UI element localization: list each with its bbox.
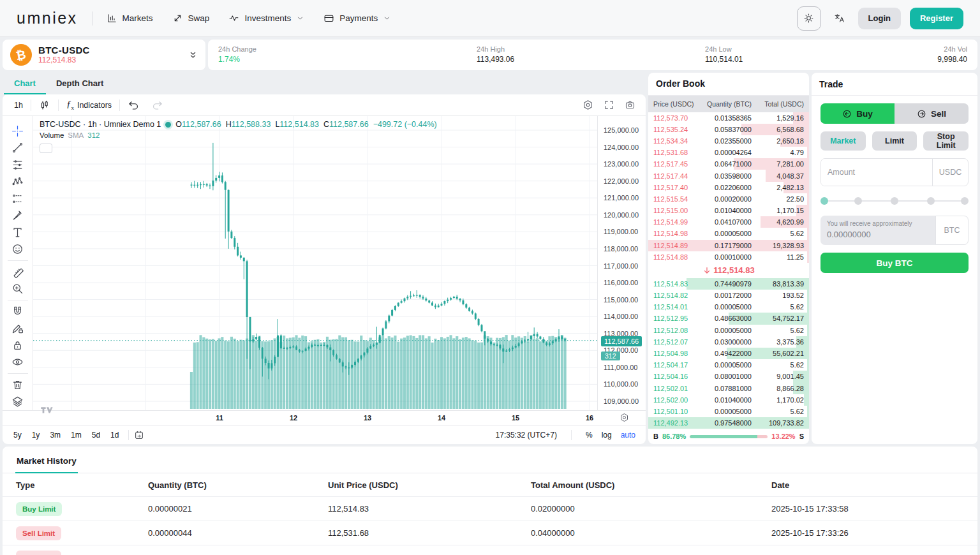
interval-button[interactable]: 1h [8,101,29,110]
timeframe-5y[interactable]: 5y [9,429,26,441]
login-button[interactable]: Login [858,8,901,29]
timeframe-5d[interactable]: 5d [87,429,105,441]
slider-dot[interactable] [820,197,828,205]
orderbook-bid-row[interactable]: 112,504.980.4942200055,602.21 [648,348,809,359]
volume-legend[interactable]: VolumeSMA312 [40,131,437,139]
nav-item-investments[interactable]: Investments [228,13,304,24]
orderbook-bid-row[interactable]: 112,502.000.010400001,170.02 [648,394,809,406]
register-button[interactable]: Register [910,8,963,29]
orderbook-ask-row[interactable]: 112,515.540.0002000022.50 [648,193,809,205]
orderbook-ask-row[interactable]: 112,573.700.013583651,529.16 [648,112,809,124]
undo-button[interactable] [121,100,145,111]
layers-tool[interactable] [7,394,29,411]
zoom-in-tool[interactable] [7,281,29,298]
text-tool[interactable] [7,224,29,241]
orderbook-bid-row[interactable]: 112,514.830.7449097983,813.39 [648,278,809,290]
orderbook-ask-row[interactable]: 112,535.240.058370006,568.68 [648,124,809,135]
orderbook-ask-row[interactable]: 112,534.340.023550002,650.18 [648,135,809,147]
orderbook-ask-row[interactable]: 112,514.990.041070004,620.99 [648,216,809,228]
fib-retracement-tool[interactable] [7,156,29,174]
orderbook-ask-row[interactable]: 112,531.680.000042644.79 [648,147,809,158]
slider-dot[interactable] [854,197,862,205]
orderbook-ask-row[interactable]: 112,515.000.010400001,170.15 [648,205,809,216]
sell-tab[interactable]: Sell [895,103,969,124]
tab-depth-chart[interactable]: Depth Chart [46,73,114,94]
orderbook-bid-row[interactable]: 112,512.070.030000003,375.36 [648,336,809,348]
nav-item-swap[interactable]: Swap [172,13,210,24]
eye-tool[interactable] [7,354,29,371]
tab-chart[interactable]: Chart [4,73,46,94]
chart-settings-icon[interactable] [583,100,593,110]
buy-btc-button[interactable]: Buy BTC [820,253,969,273]
axis-settings-icon[interactable] [620,413,629,422]
theme-toggle-button[interactable] [797,6,821,31]
orderbook-bid-row[interactable]: 112,504.160.080010009,001.45 [648,371,809,382]
buy-tab[interactable]: Buy [820,103,895,124]
drawing-lock-tool[interactable] [7,320,29,337]
orderbook-bid-row[interactable]: 112,502.010.078810008,866.28 [648,382,809,394]
clock[interactable]: 17:35:32 (UTC+7) [496,431,557,440]
slider-dot[interactable] [927,197,935,205]
order-book-header: Price (USDC) Quantity (BTC) Total (USDC) [648,96,809,112]
double-chevron-down-icon[interactable] [188,50,198,60]
logo[interactable]: umniex [17,9,78,27]
ob-total: 5.62 [752,303,804,311]
orderbook-ask-row[interactable]: 112,517.400.022060002,482.13 [648,182,809,193]
orderbook-bid-row[interactable]: 112,504.170.000050005.62 [648,359,809,371]
amount-slider[interactable] [822,195,967,207]
orderbook-ask-row[interactable]: 112,514.980.000050005.62 [648,228,809,239]
price-axis[interactable]: 112,587.66 312 125,000.00124,000.00123,0… [597,116,646,410]
timeframe-3m[interactable]: 3m [45,429,65,441]
scale-option-log[interactable]: log [602,431,612,440]
orderbook-bid-row[interactable]: 112,512.080.000050005.62 [648,325,809,336]
slider-dot[interactable] [961,197,969,205]
orderbook-bid-row[interactable]: 112,501.100.000050005.62 [648,406,809,417]
orderbook-bid-row[interactable]: 112,492.130.97548000109,733.82 [648,417,809,429]
ruler-tool[interactable] [7,263,29,281]
scale-option-auto[interactable]: auto [621,431,635,440]
forecast-tool[interactable] [7,190,29,207]
orderbook-bid-row[interactable]: 112,512.950.4866300054,752.17 [648,313,809,324]
divider [8,260,28,261]
candle-style-button[interactable] [33,100,57,111]
indicators-button[interactable]: ƒx Indicators [60,99,118,111]
lock-tool[interactable] [7,337,29,354]
orderbook-ask-row[interactable]: 112,517.450.064710007,281.00 [648,158,809,170]
scale-option-%[interactable]: % [586,431,593,440]
pair-selector[interactable]: ₿ BTC-USDC 112,514.83 [3,40,205,70]
orderbook-bid-row[interactable]: 112,514.010.000050005.62 [648,301,809,313]
time-axis[interactable]: 111213141516 [3,410,646,426]
go-to-date-icon[interactable] [134,430,144,440]
legend-title[interactable]: BTC-USDC · 1h · Umniex Demo 1 [40,120,161,129]
redo-button[interactable] [145,100,170,111]
candlestick-plot[interactable]: BTC-USDC · 1h · Umniex Demo 1O112,587.66… [33,116,597,410]
slider-dot[interactable] [891,197,898,205]
timeframe-1m[interactable]: 1m [66,429,86,441]
drawing-toolbar [3,116,33,410]
nav-item-payments[interactable]: Payments [323,13,391,24]
orderbook-ask-row[interactable]: 112,514.880.0001000011.25 [648,251,809,263]
timeframe-1d[interactable]: 1d [106,429,123,441]
orderbook-ask-row[interactable]: 112,517.440.035980004,048.37 [648,170,809,181]
trend-line-tool[interactable] [7,140,29,157]
order-type-market[interactable]: Market [820,131,866,151]
crosshair-tool[interactable] [7,122,29,140]
language-button[interactable] [830,9,849,28]
emoji-tool[interactable] [7,241,29,258]
market-history-tab[interactable]: Market History [15,456,78,473]
nav-item-markets[interactable]: Markets [107,13,153,24]
camera-icon[interactable] [625,100,635,110]
timeframe-1y[interactable]: 1y [27,429,45,441]
trash-tool[interactable] [7,376,29,394]
order-type-stop-limit[interactable]: Stop Limit [923,131,969,151]
xabcd-pattern-tool[interactable] [7,174,29,191]
amount-input[interactable] [821,159,932,186]
magnet-tool[interactable] [7,303,29,320]
orderbook-ask-row[interactable]: 112,514.890.1717900019,328.93 [648,240,809,251]
order-type-limit[interactable]: Limit [872,131,917,151]
chart-canvas[interactable] [33,116,597,410]
legend-collapse-button[interactable] [40,144,52,153]
brush-tool[interactable] [7,207,29,225]
orderbook-bid-row[interactable]: 112,514.820.00172000193.52 [648,290,809,301]
fullscreen-icon[interactable] [604,100,614,110]
